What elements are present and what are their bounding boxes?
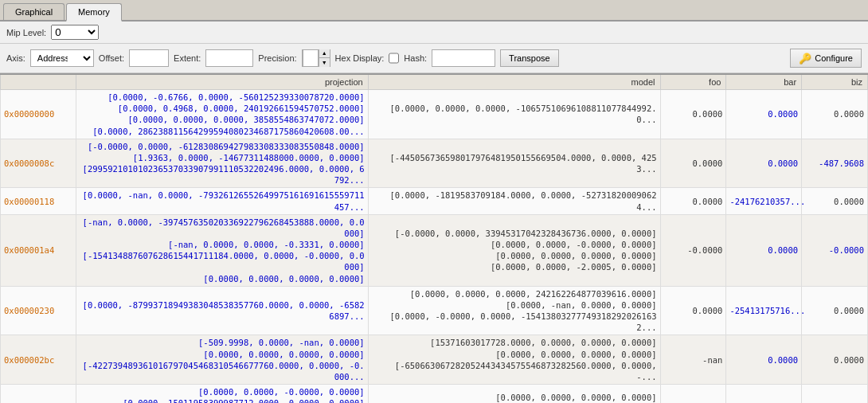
tab-memory[interactable]: Memory <box>66 3 122 22</box>
cell-bar: 0.0000 <box>726 214 802 286</box>
cell-addr: 0x00000348 <box>1 385 76 403</box>
cell-biz: -0.0000 <box>802 214 868 286</box>
precision-input[interactable]: 4 <box>303 49 319 67</box>
cell-projection: [-509.9998, 0.0000, -nan, 0.0000] [0.000… <box>76 335 368 385</box>
cell-foo: 0.0000 <box>660 286 726 335</box>
table-row: 0x0000008c[-0.0000, 0.0000, -61283086942… <box>1 139 868 188</box>
axis-select[interactable]: Address <box>30 49 94 67</box>
cell-model: [0.0000, 0.0000, 0.0000, 0.0000] [0.0000… <box>368 385 660 403</box>
cell-model: [-0.0000, 0.0000, 33945317042328436736.0… <box>368 214 660 286</box>
cell-bar: 0.0000 <box>726 90 802 139</box>
transpose-button[interactable]: Transpose <box>500 49 559 67</box>
cell-model: [-445056736598017976481950155669504.0000… <box>368 139 660 188</box>
cell-model: [15371603017728.0000, 0.0000, 0.0000, 0.… <box>368 335 660 385</box>
hex-checkbox[interactable] <box>389 49 399 67</box>
cell-bar: 0.0000 <box>726 335 802 385</box>
offset-input[interactable]: 0 <box>129 49 169 67</box>
col-header-addr <box>1 74 76 90</box>
hash-label: Hash: <box>404 53 427 63</box>
cell-biz: 0.0000 <box>802 90 868 139</box>
cell-bar: -25413175716... <box>726 286 802 335</box>
cell-foo: -0.0000 <box>660 214 726 286</box>
cell-biz: 0.0000 <box>802 335 868 385</box>
table-row: 0x00000230[0.0000, -87993718949383048538… <box>1 286 868 335</box>
cell-model: [0.0000, -18195837091​84.0000, 0.0000, -… <box>368 188 660 214</box>
cell-addr: 0x00000000 <box>1 90 76 139</box>
precision-up[interactable]: ▲ <box>319 49 330 58</box>
cell-projection: [0.0000, -87993718949383048538357760.000… <box>76 286 368 335</box>
cell-bar: 0.0000 <box>726 139 802 188</box>
cell-biz: 0.0000 <box>802 286 868 335</box>
configure-label: Configure <box>815 53 853 63</box>
cell-bar: -11714903018... <box>726 385 802 403</box>
tab-graphical[interactable]: Graphical <box>3 3 65 20</box>
cell-projection: [-0.0000, 0.0000, -612830869427983308333… <box>76 139 368 188</box>
cell-foo: 0.0000 <box>660 139 726 188</box>
cell-bar: -24176210357... <box>726 188 802 214</box>
cell-model: [0.0000, 0.0000, 0.0000, 242162264877039… <box>368 286 660 335</box>
axis-label: Axis: <box>6 53 25 63</box>
cell-addr: 0x00000230 <box>1 286 76 335</box>
mip-level-label: Mip Level: <box>6 28 46 37</box>
mip-level-select[interactable]: 0 <box>51 25 99 40</box>
col-header-biz: biz <box>802 74 868 90</box>
data-table-container[interactable]: projection model foo bar biz 0x00000000[… <box>0 73 868 403</box>
cell-addr: 0x000001a4 <box>1 214 76 286</box>
tab-bar: Graphical Memory <box>0 0 868 22</box>
configure-button[interactable]: 🔑 Configure <box>790 49 862 68</box>
extent-input[interactable]: 131072 <box>205 49 253 67</box>
cell-addr: 0x0000008c <box>1 139 76 188</box>
table-row: 0x00000348[0.0000, 0.0000, -0.0000, 0.00… <box>1 385 868 403</box>
table-header-row: projection model foo bar biz <box>1 74 868 90</box>
cell-projection: [0.0000, -nan, 0.0000, -7932612655264997… <box>76 188 368 214</box>
col-header-foo: foo <box>660 74 726 90</box>
cell-projection: [0.0000, -0.6766, 0.0000, -5601252393300… <box>76 90 368 139</box>
table-row: 0x00000118[0.0000, -nan, 0.0000, -793261… <box>1 188 868 214</box>
table-row: 0x000001a4[-nan, 0.0000, -39745763502033… <box>1 214 868 286</box>
col-header-model: model <box>368 74 660 90</box>
cell-foo: 0.0000 <box>660 188 726 214</box>
cell-foo: 0.0000 <box>660 90 726 139</box>
cell-model: [0.0000, 0.0000, 0.0000, -10657510696108… <box>368 90 660 139</box>
col-header-projection: projection <box>76 74 368 90</box>
hash-input[interactable]: 0x225ec5fd <box>432 49 495 67</box>
mip-level-row: Mip Level: 0 <box>0 22 868 44</box>
table-row: 0x000002bc[-509.9998, 0.0000, -nan, 0.00… <box>1 335 868 385</box>
cell-addr: 0x000002bc <box>1 335 76 385</box>
cell-biz: 0.0000 <box>802 188 868 214</box>
cell-biz: 0.0000 <box>802 385 868 403</box>
data-table: projection model foo bar biz 0x00000000[… <box>0 73 868 403</box>
col-header-bar: bar <box>726 74 802 90</box>
toolbar: Axis: Address Offset: 0 Extent: 131072 P… <box>0 44 868 73</box>
cell-projection: [0.0000, 0.0000, -0.0000, 0.0000] [0.000… <box>76 385 368 403</box>
table-row: 0x00000000[0.0000, -0.6766, 0.0000, -560… <box>1 90 868 139</box>
extent-label: Extent: <box>174 53 201 63</box>
cell-foo: -nan <box>660 335 726 385</box>
precision-label: Precision: <box>258 53 296 63</box>
precision-spinner: 4 ▲ ▼ <box>302 49 330 67</box>
cell-foo: 0.0000 <box>660 385 726 403</box>
precision-down[interactable]: ▼ <box>319 58 330 67</box>
configure-icon: 🔑 <box>799 53 811 65</box>
offset-label: Offset: <box>99 53 124 63</box>
cell-projection: [-nan, 0.0000, -397457635020336922796268… <box>76 214 368 286</box>
hex-label: Hex Display: <box>335 53 385 63</box>
cell-biz: -487.9608 <box>802 139 868 188</box>
cell-addr: 0x00000118 <box>1 188 76 214</box>
